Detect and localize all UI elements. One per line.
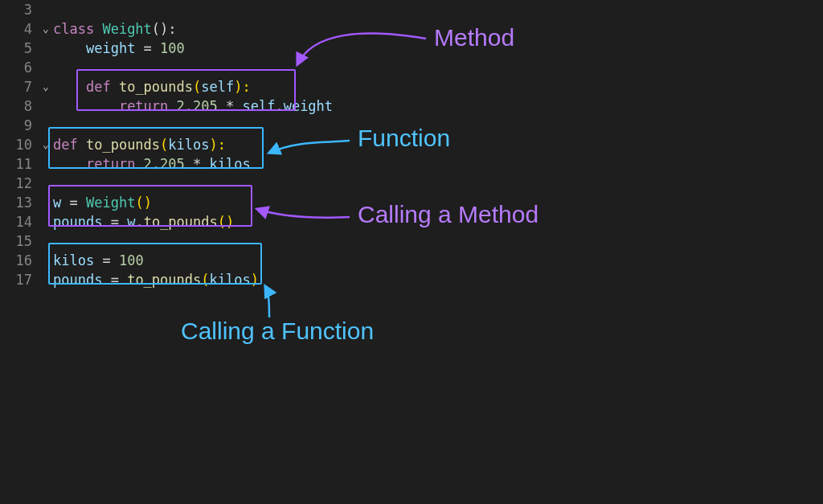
code-line[interactable]: 14pounds = w.to_pounds() xyxy=(0,212,823,232)
code-content[interactable]: return 2.205 * kilos xyxy=(53,154,251,174)
code-line[interactable]: 5 weight = 100 xyxy=(0,39,823,58)
line-number: 3 xyxy=(0,0,39,19)
line-number: 17 xyxy=(0,270,39,289)
code-line[interactable]: 8 return 2.205 * self.weight xyxy=(0,96,823,116)
line-number: 4 xyxy=(0,19,39,39)
calling-function-arrow xyxy=(265,286,269,318)
code-editor[interactable]: 34⌄class Weight():5 weight = 10067⌄ def … xyxy=(0,0,823,289)
line-number: 12 xyxy=(0,174,39,193)
fold-chevron-icon[interactable]: ⌄ xyxy=(39,135,53,154)
code-content[interactable]: weight = 100 xyxy=(53,39,185,58)
code-content[interactable]: w = Weight() xyxy=(53,193,152,212)
code-line[interactable]: 12 xyxy=(0,174,823,193)
code-line[interactable]: 15 xyxy=(0,232,823,251)
code-content[interactable]: pounds = to_pounds(kilos) xyxy=(53,270,259,289)
line-number: 15 xyxy=(0,232,39,251)
code-content[interactable]: kilos = 100 xyxy=(53,251,144,270)
code-content[interactable]: return 2.205 * self.weight xyxy=(53,96,333,116)
code-content[interactable]: class Weight(): xyxy=(53,19,177,39)
code-content[interactable]: def to_pounds(self): xyxy=(53,77,251,96)
code-content[interactable]: pounds = w.to_pounds() xyxy=(53,212,234,232)
line-number: 11 xyxy=(0,154,39,174)
line-number: 10 xyxy=(0,135,39,154)
line-number: 9 xyxy=(0,116,39,135)
code-line[interactable]: 16kilos = 100 xyxy=(0,251,823,270)
calling-function-label: Calling a Function xyxy=(181,318,374,345)
fold-chevron-icon[interactable]: ⌄ xyxy=(39,19,53,39)
fold-chevron-icon[interactable]: ⌄ xyxy=(39,77,53,96)
line-number: 5 xyxy=(0,39,39,58)
code-line[interactable]: 17pounds = to_pounds(kilos) xyxy=(0,270,823,289)
code-line[interactable]: 4⌄class Weight(): xyxy=(0,19,823,39)
line-number: 8 xyxy=(0,96,39,116)
line-number: 13 xyxy=(0,193,39,212)
code-line[interactable]: 6 xyxy=(0,58,823,77)
code-line[interactable]: 9 xyxy=(0,116,823,135)
line-number: 7 xyxy=(0,77,39,96)
line-number: 16 xyxy=(0,251,39,270)
line-number: 6 xyxy=(0,58,39,77)
code-line[interactable]: 10⌄def to_pounds(kilos): xyxy=(0,135,823,154)
line-number: 14 xyxy=(0,212,39,232)
code-line[interactable]: 13w = Weight() xyxy=(0,193,823,212)
code-line[interactable]: 3 xyxy=(0,0,823,19)
code-line[interactable]: 11 return 2.205 * kilos xyxy=(0,154,823,174)
code-line[interactable]: 7⌄ def to_pounds(self): xyxy=(0,77,823,96)
code-content[interactable]: def to_pounds(kilos): xyxy=(53,135,226,154)
